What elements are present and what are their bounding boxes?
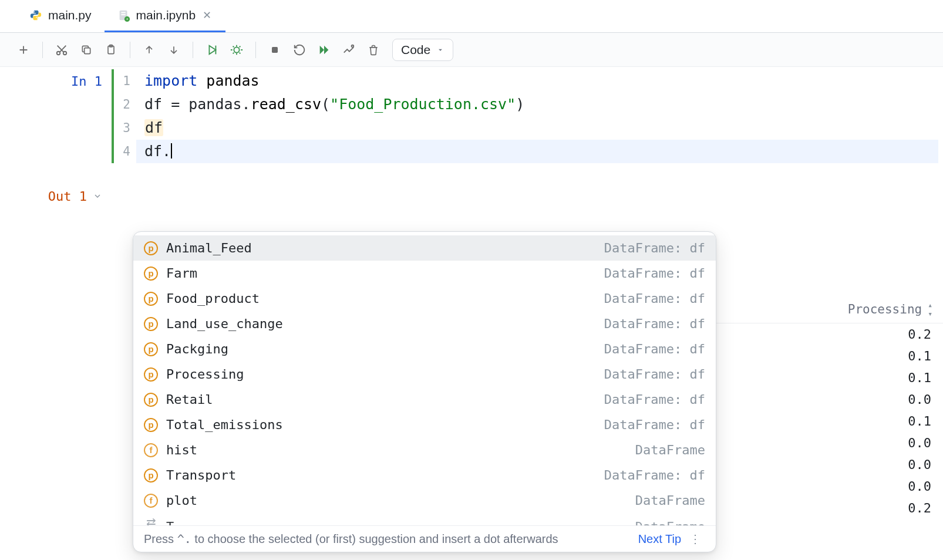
toolbar-separator	[42, 42, 43, 58]
property-badge-icon: p	[144, 266, 158, 281]
notebook-area: In 1 1 2 3 4 import pandas df = pandas.r…	[0, 67, 943, 204]
completion-item[interactable]: pRetailDataFrame: df	[133, 387, 716, 412]
completion-type: DataFrame	[635, 443, 705, 457]
input-prompt: In 1	[0, 69, 112, 89]
line-number: 2	[120, 93, 136, 116]
completion-name: Land_use_change	[166, 316, 604, 331]
property-badge-icon: p	[144, 317, 158, 331]
function-badge-icon: f	[144, 443, 158, 457]
svg-point-13	[352, 45, 354, 47]
python-file-icon	[29, 9, 42, 22]
more-options-icon[interactable]: ⋮	[686, 532, 705, 546]
tab-main-py[interactable]: main.py	[16, 0, 105, 32]
add-cell-button[interactable]	[13, 39, 34, 60]
column-header[interactable]: Processing	[848, 302, 922, 316]
svg-point-11	[234, 47, 239, 52]
completion-item[interactable]: fplotDataFrame	[133, 488, 716, 513]
next-tip-link[interactable]: Next Tip	[638, 532, 681, 546]
output-prompt: Out 1	[0, 184, 112, 204]
code-text: df.	[144, 143, 171, 160]
line-number: 3	[120, 116, 136, 140]
property-badge-icon: p	[144, 393, 158, 407]
tip-text: Press	[144, 532, 177, 545]
code-editor[interactable]: import pandas df = pandas.read_csv("Food…	[136, 69, 943, 163]
tab-main-ipynb[interactable]: main.ipynb ✕	[105, 0, 226, 32]
svg-rect-3	[121, 12, 125, 14]
code-text: read_csv	[251, 96, 321, 113]
completion-popup: pAnimal_FeedDataFrame: dfpFarmDataFrame:…	[133, 231, 716, 552]
collapse-output-icon[interactable]	[93, 189, 102, 204]
move-down-button[interactable]	[163, 39, 184, 60]
close-tab-icon[interactable]: ✕	[201, 9, 213, 22]
notebook-toolbar: Code	[0, 33, 943, 67]
property-badge-icon: p	[144, 342, 158, 356]
tab-label: main.ipynb	[136, 8, 196, 22]
debug-cell-button[interactable]	[226, 39, 247, 60]
completion-item[interactable]: fhistDataFrame	[133, 437, 716, 463]
completion-item[interactable]: pTotal_emissionsDataFrame: df	[133, 412, 716, 437]
completion-item[interactable]: pTransportDataFrame: df	[133, 463, 716, 488]
move-up-button[interactable]	[139, 39, 160, 60]
completion-item[interactable]: pAnimal_FeedDataFrame: df	[133, 235, 716, 261]
completion-item[interactable]: pPackgingDataFrame: df	[133, 336, 716, 362]
toolbar-separator	[130, 42, 130, 58]
tab-label: main.py	[48, 8, 92, 22]
completion-item[interactable]: pFarmDataFrame: df	[133, 261, 716, 286]
code-text: import	[144, 72, 197, 89]
run-all-button[interactable]	[314, 39, 335, 60]
completion-item[interactable]: pFood_productDataFrame: df	[133, 286, 716, 311]
completion-type: DataFrame	[635, 493, 705, 508]
function-badge-icon: f	[144, 494, 158, 508]
completion-name: hist	[166, 443, 635, 457]
code-text: (	[321, 96, 330, 113]
svg-point-0	[33, 11, 35, 12]
line-number: 4	[120, 140, 136, 163]
code-text: df = pandas.	[144, 96, 251, 113]
toolbar-separator	[255, 42, 256, 58]
completion-item[interactable]: ⇄TDataFrame	[133, 513, 716, 525]
completion-name: Packging	[166, 342, 604, 356]
completion-type: DataFrame: df	[604, 266, 705, 281]
completion-name: Animal_Feed	[166, 241, 604, 255]
cut-button[interactable]	[51, 39, 72, 60]
interrupt-button[interactable]	[264, 39, 285, 60]
other-badge-icon: ⇄	[144, 515, 158, 525]
completion-type: DataFrame: df	[604, 392, 705, 407]
svg-rect-8	[85, 48, 90, 53]
svg-point-7	[63, 51, 67, 55]
completion-name: Retail	[166, 392, 604, 407]
property-badge-icon: p	[144, 292, 158, 306]
clear-outputs-button[interactable]	[338, 39, 359, 60]
completion-name: Processing	[166, 367, 604, 382]
paste-button[interactable]	[100, 39, 122, 60]
completion-item[interactable]: pProcessingDataFrame: df	[133, 362, 716, 387]
svg-point-6	[57, 51, 60, 55]
run-cell-button[interactable]	[201, 39, 223, 60]
restart-kernel-button[interactable]	[289, 39, 310, 60]
completion-type: DataFrame: df	[604, 342, 705, 356]
output-cell: Out 1	[0, 184, 943, 204]
copy-button[interactable]	[76, 39, 97, 60]
line-number: 1	[120, 69, 136, 93]
sort-icon[interactable]: ▴▾	[928, 301, 931, 318]
svg-rect-4	[121, 14, 125, 15]
delete-cell-button[interactable]	[363, 39, 384, 60]
cell-type-select[interactable]: Code	[392, 39, 453, 61]
code-cell[interactable]: In 1 1 2 3 4 import pandas df = pandas.r…	[0, 69, 943, 163]
completion-name: Transport	[166, 468, 604, 483]
line-gutter: 1 2 3 4	[112, 69, 136, 163]
svg-rect-12	[272, 47, 278, 53]
code-text: df	[144, 119, 163, 136]
completion-name: Total_emissions	[166, 417, 604, 432]
completion-footer: Press ^. to choose the selected (or firs…	[133, 525, 716, 552]
cell-type-label: Code	[401, 43, 430, 57]
code-text: pandas	[197, 72, 259, 89]
completion-item[interactable]: pLand_use_changeDataFrame: df	[133, 311, 716, 336]
completion-list[interactable]: pAnimal_FeedDataFrame: dfpFarmDataFrame:…	[133, 232, 716, 525]
code-text: )	[516, 96, 524, 113]
text-caret	[171, 143, 172, 158]
property-badge-icon: p	[144, 418, 158, 432]
completion-type: DataFrame: df	[604, 316, 705, 331]
svg-point-1	[37, 18, 38, 19]
jupyter-file-icon	[117, 9, 130, 22]
